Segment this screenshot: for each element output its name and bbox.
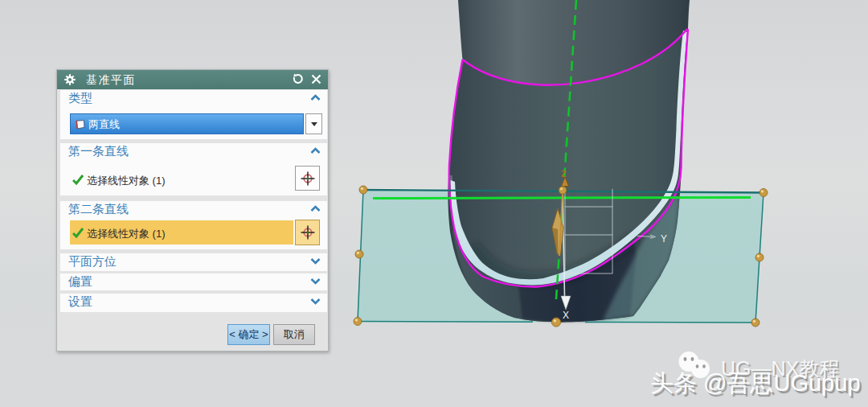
svg-text:Y: Y <box>661 233 667 245</box>
svg-text:Z: Z <box>561 169 567 179</box>
svg-text:X: X <box>563 310 569 321</box>
